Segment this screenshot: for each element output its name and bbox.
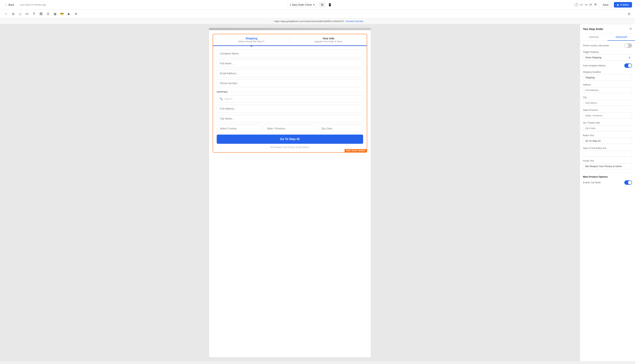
zip-row: Zip / Postal Code: [583, 122, 632, 131]
publish-icon: ▶: [617, 3, 619, 6]
state-panel-input[interactable]: [583, 112, 632, 118]
url-bar: ○ https://app.gohighlevel.com/v2/preview…: [0, 18, 635, 24]
toolbar: + ⊞ ◻ </> T 🖼 ☰ ▦ 💳 ▶ ⚙ ⊟: [0, 10, 635, 18]
search-icon: 🔍: [219, 97, 223, 100]
tab-general[interactable]: General: [580, 34, 607, 41]
city-panel-input[interactable]: [583, 100, 632, 106]
step1-sub-input[interactable]: [583, 150, 632, 157]
enable-cart-row: Enable Cart Mode: [583, 180, 632, 185]
form-footer-text: We Respect Your Privacy & Information.: [217, 146, 363, 148]
form-body: SHIPPING 🔍 Search Go To Step #2: [213, 46, 367, 152]
collab-icon[interactable]: ⟳: [589, 3, 592, 7]
saved-text: Last saved 24 minutes ago: [20, 4, 46, 6]
step1-title: Shipping: [217, 37, 286, 40]
back-label: Back: [9, 3, 14, 6]
url-circle-icon: ○: [272, 20, 273, 22]
step1-tab[interactable]: Shipping Where Should We Ship It?: [213, 34, 290, 46]
email-input[interactable]: [217, 70, 363, 77]
page-container: Shipping Where Should We Ship It? Your I…: [209, 28, 371, 358]
payment-icon[interactable]: 💳: [59, 11, 65, 17]
step1-sub-row: Step 1# Sub Button text: [583, 147, 632, 157]
panel-section-divider: [583, 172, 632, 172]
footer-text-label: Footer Text: [583, 160, 632, 162]
phone-country-code-row: Phone country code picker: [583, 44, 632, 48]
add-element-button[interactable]: +: [3, 11, 9, 17]
address-input[interactable]: [217, 105, 363, 112]
go-to-step2-button[interactable]: Go To Step #2: [217, 134, 363, 144]
state-row: State /Province: [583, 109, 632, 118]
shipping-headline-input[interactable]: [583, 74, 632, 80]
form-icon[interactable]: ☰: [45, 11, 51, 17]
step2-tab[interactable]: Your Info Upgrade Your Order & Save!: [290, 34, 367, 46]
top-nav: ← Back Last saved 24 minutes ago 1 Step …: [0, 0, 635, 10]
address-row: Address: [583, 84, 632, 93]
panel-body: Phone country code picker Toggle Shippin…: [580, 41, 635, 190]
back-button[interactable]: ← Back: [3, 2, 16, 7]
code-icon[interactable]: </>: [24, 11, 30, 17]
phone-country-toggle[interactable]: [624, 44, 632, 48]
tab-advanced[interactable]: Advanced: [607, 34, 635, 41]
eye-icon[interactable]: 👁: [594, 3, 597, 6]
footer-text-input[interactable]: [583, 163, 632, 169]
address-search-row[interactable]: 🔍 Search: [217, 95, 363, 102]
page-name-selector[interactable]: 1 Step Order Clone ▾: [287, 2, 317, 7]
panel-toggle-button[interactable]: ⊟: [626, 11, 632, 17]
enable-cart-toggle[interactable]: [624, 180, 632, 185]
toggle-shipping-label: Toggle Shipping: [583, 51, 632, 53]
city-input[interactable]: [217, 115, 363, 122]
button-text-input[interactable]: [583, 138, 632, 144]
undo-icon[interactable]: ↩: [580, 3, 583, 7]
mobile-view-button[interactable]: 📱: [327, 2, 333, 7]
text-icon[interactable]: T: [31, 11, 37, 17]
pages-icon[interactable]: ◻: [17, 11, 23, 17]
autocomplete-label: Auto-complete Address: [583, 64, 606, 67]
address-panel-input[interactable]: [583, 87, 632, 93]
history-icon[interactable]: 🕐: [574, 3, 578, 7]
autocomplete-toggle[interactable]: [624, 64, 632, 68]
back-arrow-icon: ←: [5, 3, 7, 6]
toggle-shipping-row: Toggle Shipping Show Shipping ▾: [583, 51, 632, 60]
phone-input[interactable]: [217, 80, 363, 87]
toggle-shipping-select[interactable]: Show Shipping: [583, 54, 632, 60]
main-layout: Shipping Where Should We Ship It? Your I…: [0, 24, 635, 361]
step1-sub: Where Should We Ship It?: [217, 40, 286, 43]
page-header-bar: [209, 28, 371, 30]
state-panel-label: State /Province: [583, 109, 632, 112]
step1-sub-label: Step 1# Sub Button text: [583, 147, 632, 150]
save-button[interactable]: Save: [599, 2, 612, 8]
search-placeholder: Search: [224, 98, 233, 100]
url-text: https://app.gohighlevel.com/v2/preview/e…: [274, 20, 344, 22]
fullname-input[interactable]: [217, 60, 363, 67]
order-form-wrapper: Shipping Where Should We Ship It? Your I…: [209, 30, 371, 156]
connect-domain-button[interactable]: Connect Domain: [345, 20, 363, 22]
publish-button[interactable]: ▶ Publish: [614, 2, 632, 8]
right-panel: Two Step Order ✕ General Advanced Phone …: [580, 24, 635, 361]
apps-icon[interactable]: ⚙: [73, 11, 79, 17]
city-panel-label: City: [583, 96, 632, 99]
panel-header: Two Step Order ✕: [580, 24, 635, 34]
panel-tabs: General Advanced: [580, 34, 635, 41]
phone-country-label: Phone country code picker: [583, 44, 609, 47]
main-product-options-title: Main Product Options: [583, 176, 632, 178]
country-input[interactable]: [217, 125, 261, 132]
zip-panel-input[interactable]: [583, 125, 632, 131]
state-input[interactable]: [264, 125, 316, 132]
shipping-headline-label: Shipping Headline: [583, 71, 632, 73]
button-text-label: Button Text: [583, 134, 632, 137]
company-input[interactable]: [217, 50, 363, 57]
desktop-view-button[interactable]: 🖥: [319, 2, 325, 7]
layout-icon[interactable]: ▦: [52, 11, 58, 17]
step2-title: Your Info: [294, 37, 363, 40]
layers-icon[interactable]: ⊞: [10, 11, 16, 17]
panel-title: Two Step Order: [583, 28, 603, 30]
redo-icon[interactable]: ↪: [585, 3, 587, 7]
order-steps: Shipping Where Should We Ship It? Your I…: [213, 34, 367, 46]
toggle-shipping-select-wrapper: Show Shipping ▾: [583, 54, 632, 60]
zip-input[interactable]: [318, 125, 363, 132]
image-icon[interactable]: 🖼: [38, 11, 44, 17]
step2-sub: Upgrade Your Order & Save!: [294, 40, 363, 43]
button-text-row: Button Text: [583, 134, 632, 144]
panel-close-button[interactable]: ✕: [629, 27, 632, 31]
canvas-area[interactable]: Shipping Where Should We Ship It? Your I…: [0, 24, 580, 361]
media-icon[interactable]: ▶: [66, 11, 72, 17]
